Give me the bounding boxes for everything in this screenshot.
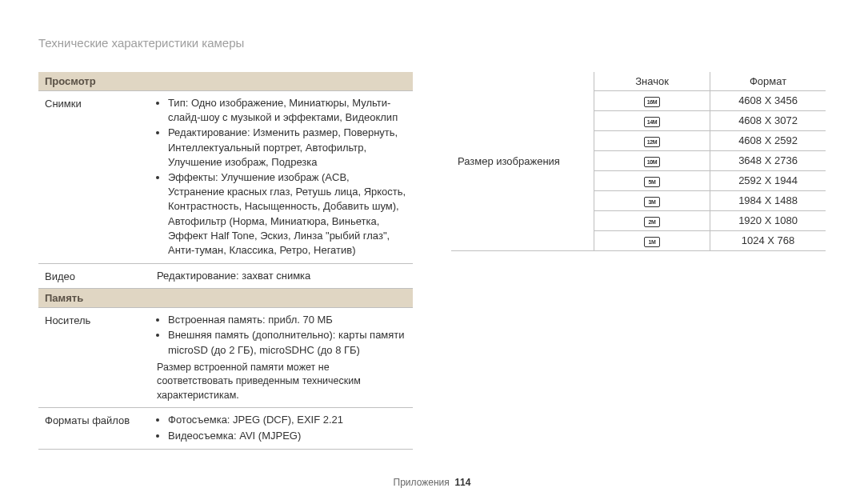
note-text: Размер встроенной памяти может не соотве… [157,361,406,403]
cell-format: 4608 X 2592 [710,131,826,150]
size-badge-icon: 10M [644,157,660,167]
cell-format: 4608 X 3456 [710,91,826,110]
table-row: 14M 4608 X 3072 [594,111,826,131]
image-size-table: Размер изображения Значок Формат 16M 460… [451,72,826,251]
row-video: Видео Редактирование: захват снимка [38,264,413,289]
cell-icon: 16M [594,91,710,110]
cell-format: 4608 X 3072 [710,111,826,130]
cell-icon: 2M [594,211,710,230]
page-title: Технические характеристики камеры [38,36,826,50]
page-footer: Приложения 114 [0,477,864,488]
list-item: Тип: Одно изображение, Миниатюры, Мульти… [168,96,406,125]
row-photos: Снимки Тип: Одно изображение, Миниатюры,… [38,91,413,264]
size-badge-icon: 14M [644,117,660,127]
list-item: Фотосъемка: JPEG (DCF), EXIF 2.21 [168,413,406,427]
table-body: Значок Формат 16M 4608 X 3456 14M 4608 X… [594,72,826,250]
cell-format: 3648 X 2736 [710,151,826,170]
size-badge-icon: 12M [644,137,660,147]
cell-format: 2592 X 1944 [710,171,826,190]
row-value: Фотосъемка: JPEG (DCF), EXIF 2.21 Видеос… [157,413,406,443]
table-row: 12M 4608 X 2592 [594,131,826,151]
list-item: Эффекты: Улучшение изображ (ACB, Устране… [168,170,406,258]
cell-format: 1920 X 1080 [710,211,826,230]
cell-icon: 14M [594,111,710,130]
table-row: 16M 4608 X 3456 [594,91,826,111]
table-row-label: Размер изображения [451,72,594,250]
list-item: Внешняя память (дополнительно): карты па… [168,328,406,357]
row-label: Видео [45,269,157,283]
col-header-format: Формат [710,72,826,90]
cell-icon: 1M [594,231,710,250]
list-item: Видеосъемка: AVI (MJPEG) [168,429,406,443]
table-row: 2M 1920 X 1080 [594,211,826,231]
row-label: Снимки [45,96,157,258]
right-column: Размер изображения Значок Формат 16M 460… [451,72,826,450]
table-row: 5M 2592 X 1944 [594,171,826,191]
row-label: Форматы файлов [45,413,157,443]
footer-section: Приложения [394,477,450,488]
col-header-icon: Значок [594,72,710,90]
size-badge-icon: 16M [644,97,660,107]
cell-icon: 5M [594,171,710,190]
size-badge-icon: 2M [644,217,660,227]
row-formats: Форматы файлов Фотосъемка: JPEG (DCF), E… [38,408,413,449]
section-header-memory: Память [38,289,413,308]
row-value: Тип: Одно изображение, Миниатюры, Мульти… [157,96,406,258]
footer-page-number: 114 [454,477,470,488]
table-row: 3M 1984 X 1488 [594,191,826,211]
list-item: Встроенная память: прибл. 70 МБ [168,313,406,327]
section-header-viewing: Просмотр [38,72,413,91]
cell-icon: 3M [594,191,710,210]
content-columns: Просмотр Снимки Тип: Одно изображение, М… [38,72,826,450]
row-media: Носитель Встроенная память: прибл. 70 МБ… [38,308,413,408]
table-row: 10M 3648 X 2736 [594,151,826,171]
cell-icon: 12M [594,131,710,150]
size-badge-icon: 3M [644,197,660,207]
cell-format: 1984 X 1488 [710,191,826,210]
list-item: Редактирование: Изменить размер, Поверну… [168,126,406,170]
cell-format: 1024 X 768 [710,231,826,250]
page: Технические характеристики камеры Просмо… [0,0,864,504]
cell-icon: 10M [594,151,710,170]
size-badge-icon: 1M [644,237,660,247]
row-label: Носитель [45,313,157,402]
row-value: Редактирование: захват снимка [157,269,406,283]
row-value: Встроенная память: прибл. 70 МБ Внешняя … [157,313,406,402]
size-badge-icon: 5M [644,177,660,187]
table-header-row: Значок Формат [594,72,826,91]
table-row: 1M 1024 X 768 [594,231,826,250]
left-column: Просмотр Снимки Тип: Одно изображение, М… [38,72,413,450]
